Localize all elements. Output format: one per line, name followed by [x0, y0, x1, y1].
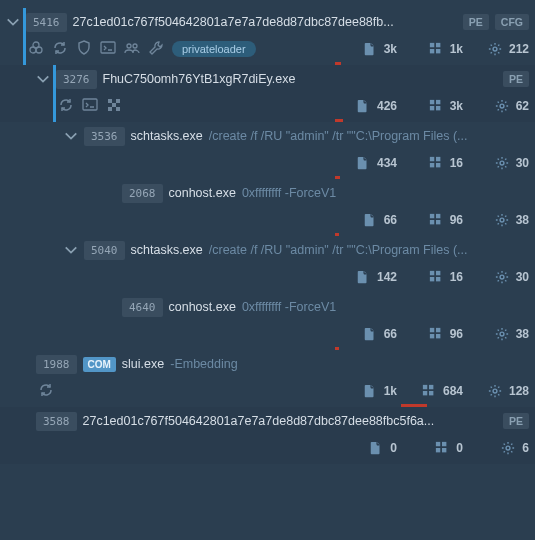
process-row[interactable]: 358827c1ed01c767f504642801a7e7a7de8d87db… — [0, 407, 535, 464]
expand-caret-icon[interactable] — [28, 72, 50, 86]
process-meta: 4341630 — [78, 150, 535, 176]
grid-stat[interactable]: 96 — [397, 212, 463, 228]
gear-stat[interactable]: 212 — [463, 41, 529, 57]
process-args: 0xffffffff -ForceV1 — [242, 300, 529, 314]
process-name[interactable]: FhuC750omh76YtB1xgR7diEy.exe — [103, 72, 296, 86]
doc-stat-icon — [355, 98, 371, 114]
expand-caret-icon[interactable] — [0, 15, 20, 29]
grid-stat-value: 1k — [450, 42, 463, 56]
format-tag: PE — [503, 71, 529, 87]
format-tag: PE — [463, 14, 489, 30]
doc-stat-icon — [355, 155, 371, 171]
gear-stat-icon — [494, 326, 510, 342]
process-name[interactable]: 27c1ed01c767f504642801a7e7a7de8d87dbc87d… — [83, 414, 435, 428]
pid-badge: 3536 — [84, 127, 125, 146]
grid-stat[interactable]: 0 — [397, 440, 463, 456]
process-row[interactable]: 1988COMslui.exe-Embedding1k684128 — [0, 350, 535, 407]
process-row[interactable]: 4640conhost.exe0xffffffff -ForceV1669638 — [0, 293, 535, 350]
pid-badge: 5416 — [26, 13, 67, 32]
sync-icon[interactable] — [52, 40, 68, 59]
doc-stat-value: 3k — [384, 42, 397, 56]
grid-stat-icon — [428, 98, 444, 114]
grid-stat[interactable]: 1k — [397, 41, 463, 57]
gear-stat[interactable]: 38 — [463, 212, 529, 228]
expand-caret-icon[interactable] — [56, 129, 78, 143]
doc-stat[interactable]: 0 — [331, 440, 397, 456]
process-header[interactable]: 2068conhost.exe0xffffffff -ForceV1 — [116, 179, 535, 207]
doc-stat-icon — [362, 326, 378, 342]
doc-stat[interactable]: 426 — [331, 98, 397, 114]
process-name[interactable]: schtasks.exe — [131, 129, 203, 143]
process-name[interactable]: conhost.exe — [169, 300, 236, 314]
gear-stat[interactable]: 30 — [463, 155, 529, 171]
gear-stat[interactable]: 128 — [463, 383, 529, 399]
doc-stat-value: 142 — [377, 270, 397, 284]
gear-stat[interactable]: 30 — [463, 269, 529, 285]
process-row[interactable]: 541627c1ed01c767f504642801a7e7a7de8d87db… — [0, 8, 535, 65]
gear-stat[interactable]: 38 — [463, 326, 529, 342]
doc-stat[interactable]: 434 — [331, 155, 397, 171]
accent-bar — [53, 65, 56, 122]
gear-stat-value: 38 — [516, 213, 529, 227]
doc-stat[interactable]: 66 — [331, 326, 397, 342]
terminal-icon[interactable] — [100, 40, 116, 59]
process-meta: 4263k62 — [50, 93, 535, 119]
process-name[interactable]: conhost.exe — [169, 186, 236, 200]
gear-stat-value: 38 — [516, 327, 529, 341]
gear-stat[interactable]: 6 — [463, 440, 529, 456]
process-header[interactable]: 3536schtasks.exe/create /f /RU "admin" /… — [78, 122, 535, 150]
format-tag: CFG — [495, 14, 529, 30]
doc-stat[interactable]: 3k — [331, 41, 397, 57]
process-args: /create /f /RU "admin" /tr ""C:\Program … — [209, 243, 529, 257]
doc-stat[interactable]: 1k — [331, 383, 397, 399]
gear-stat[interactable]: 62 — [463, 98, 529, 114]
grid-stat-value: 16 — [450, 156, 463, 170]
process-row[interactable]: 2068conhost.exe0xffffffff -ForceV1669638 — [0, 179, 535, 236]
process-name[interactable]: 27c1ed01c767f504642801a7e7a7de8d87dbc87d… — [73, 15, 394, 29]
process-header[interactable]: 541627c1ed01c767f504642801a7e7a7de8d87db… — [20, 8, 535, 36]
grid-stat[interactable]: 96 — [397, 326, 463, 342]
wrench-icon[interactable] — [148, 40, 164, 59]
people-icon[interactable] — [124, 40, 140, 59]
process-row[interactable]: 5040schtasks.exe/create /f /RU "admin" /… — [0, 236, 535, 293]
grid4-icon[interactable] — [106, 97, 122, 116]
gear-stat-icon — [494, 212, 510, 228]
grid-stat-icon — [428, 212, 444, 228]
process-header[interactable]: 5040schtasks.exe/create /f /RU "admin" /… — [78, 236, 535, 264]
process-header[interactable]: 1988COMslui.exe-Embedding — [30, 350, 535, 378]
sync-icon[interactable] — [58, 97, 74, 116]
process-row[interactable]: 3536schtasks.exe/create /f /RU "admin" /… — [0, 122, 535, 179]
shield-icon[interactable] — [76, 40, 92, 59]
sync-icon[interactable] — [38, 382, 54, 401]
biohazard-icon[interactable] — [28, 40, 44, 59]
doc-stat[interactable]: 66 — [331, 212, 397, 228]
process-row[interactable]: 3276FhuC750omh76YtB1xgR7diEy.exePE4263k6… — [0, 65, 535, 122]
process-meta: privateloader3k1k212 — [20, 36, 535, 62]
grid-stat[interactable]: 16 — [397, 155, 463, 171]
com-badge: COM — [83, 357, 116, 372]
gear-stat-icon — [487, 41, 503, 57]
grid-stat-icon — [428, 41, 444, 57]
gear-stat-icon — [494, 98, 510, 114]
doc-stat[interactable]: 142 — [331, 269, 397, 285]
process-header[interactable]: 4640conhost.exe0xffffffff -ForceV1 — [116, 293, 535, 321]
process-header[interactable]: 3276FhuC750omh76YtB1xgR7diEy.exePE — [50, 65, 535, 93]
grid-stat-value: 96 — [450, 327, 463, 341]
gear-stat-value: 212 — [509, 42, 529, 56]
process-header[interactable]: 358827c1ed01c767f504642801a7e7a7de8d87db… — [30, 407, 535, 435]
expand-caret-icon[interactable] — [56, 243, 78, 257]
process-meta: 1421630 — [78, 264, 535, 290]
grid-stat-value: 684 — [443, 384, 463, 398]
process-args: /create /f /RU "admin" /tr ""C:\Program … — [209, 129, 529, 143]
doc-stat-icon — [355, 269, 371, 285]
grid-stat[interactable]: 684 — [397, 383, 463, 399]
pid-badge: 4640 — [122, 298, 163, 317]
process-name[interactable]: slui.exe — [122, 357, 164, 371]
terminal-icon[interactable] — [82, 97, 98, 116]
grid-stat[interactable]: 3k — [397, 98, 463, 114]
process-name[interactable]: schtasks.exe — [131, 243, 203, 257]
malware-label[interactable]: privateloader — [172, 41, 256, 57]
gear-stat-icon — [500, 440, 516, 456]
pid-badge: 5040 — [84, 241, 125, 260]
grid-stat[interactable]: 16 — [397, 269, 463, 285]
